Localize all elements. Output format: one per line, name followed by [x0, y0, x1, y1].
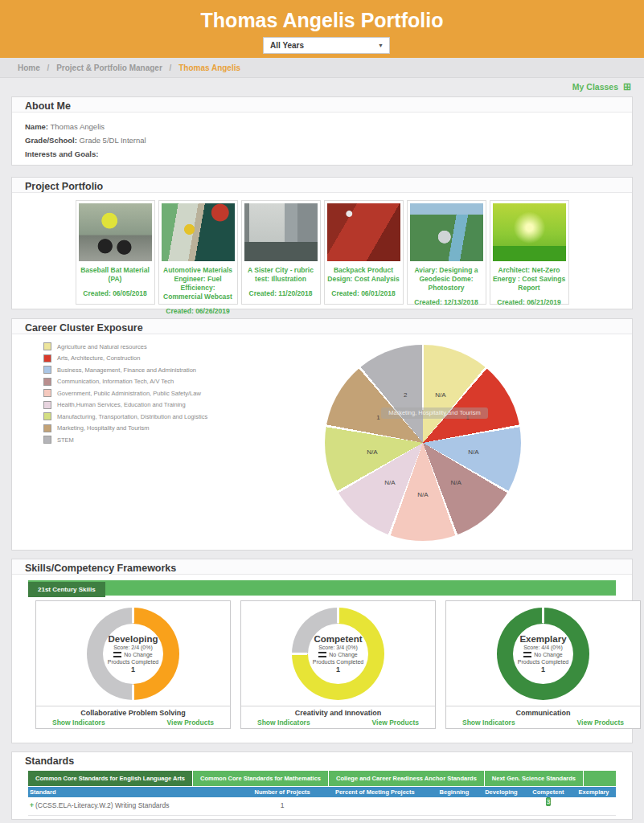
- no-change-icon: [523, 652, 531, 657]
- skill-panel-creativity-innovation: Competent Score: 3/4 (0%) No Change Prod…: [240, 600, 436, 729]
- project-created-date: Created: 06/26/2019: [159, 307, 237, 315]
- change-label: No Change: [329, 652, 357, 657]
- project-created-date: Created: 06/05/2018: [76, 289, 154, 297]
- project-card-architect[interactable]: Architect: Net-Zero Energy : Cost Saving…: [490, 200, 569, 305]
- skill-name: Creativity and Innovation: [241, 709, 435, 717]
- project-title: Architect: Net-Zero Energy : Cost Saving…: [490, 264, 568, 293]
- skill-panel-communication: Exemplary Score: 4/4 (0%) No Change Prod…: [445, 600, 641, 729]
- breadcrumb-separator: /: [170, 63, 172, 72]
- skill-panel-footer: Communication Show Indicators View Produ…: [446, 706, 640, 727]
- skill-name: Collaborative Problem Solving: [36, 709, 230, 717]
- legend-label: Health,Human Services, Education and Tra…: [57, 401, 186, 408]
- col-exemplary: Exemplary: [572, 787, 616, 797]
- breadcrumb-project-portfolio-manager[interactable]: Project & Portfolio Manager: [56, 63, 162, 72]
- skill-level: Developing: [109, 634, 158, 644]
- tab-bar-filler: [584, 771, 616, 786]
- skill-score: Score: 3/4 (0%): [318, 645, 358, 650]
- tab-ccr-anchor[interactable]: College and Career Readiness Anchor Stan…: [329, 771, 485, 786]
- legend-label: Agriculture and Natural resources: [57, 343, 147, 350]
- grade-value: Grade 5/DL Internal: [80, 136, 146, 145]
- view-products-link[interactable]: View Products: [372, 719, 419, 727]
- standards-title: Standards: [12, 752, 632, 768]
- framework-tab-bar: 21st Century Skills: [28, 580, 616, 596]
- legend-label: Business, Management, Finance and Admini…: [57, 366, 196, 374]
- standards-table-header: Standard Number of Projects Percent of M…: [28, 787, 616, 797]
- donut-chart-creativity-innovation: Competent Score: 3/4 (0%) No Change Prod…: [292, 608, 384, 700]
- developing-cell: [478, 797, 524, 815]
- project-card-backpack[interactable]: Backpack Product Design: Cost Analysis C…: [324, 200, 404, 305]
- col-standard: Standard: [28, 787, 245, 797]
- project-thumbnail: [162, 203, 235, 261]
- page-title: Thomas Angelis Portfolio: [0, 0, 644, 32]
- career-cluster-title: Career Cluster Exposure: [12, 319, 632, 334]
- pie-tooltip: Marketing, Hospitality and Tourism: [381, 407, 488, 419]
- competent-cell: 3: [525, 797, 572, 815]
- about-grade-row: Grade/School: Grade 5/DL Internal: [25, 133, 619, 147]
- project-created-date: Created: 06/21/2019: [490, 298, 568, 306]
- project-thumbnail: [244, 203, 318, 261]
- standards-tab-bar: Common Core Standards for English Langua…: [28, 771, 616, 786]
- project-thumbnail: [79, 203, 152, 261]
- project-card-aviary[interactable]: Aviary: Designing a Geodesic Dome: Photo…: [407, 200, 486, 305]
- show-indicators-link[interactable]: Show Indicators: [52, 719, 105, 727]
- my-classes-link[interactable]: My Classes ⊞: [572, 81, 631, 92]
- breadcrumb-current: Thomas Angelis: [178, 63, 240, 72]
- project-title: Backpack Product Design: Cost Analysis: [325, 264, 403, 284]
- expand-row-button[interactable]: +: [30, 801, 34, 809]
- legend-swatch: [43, 354, 51, 362]
- legend-item: Agriculture and Natural resources: [43, 341, 207, 353]
- project-card-baseball-bat[interactable]: Baseball Bat Material (PA) Created: 06/0…: [76, 200, 155, 305]
- interests-label: Interests and Goals:: [25, 149, 98, 158]
- grid-plus-icon: ⊞: [623, 81, 631, 92]
- name-value: Thomas Angelis: [51, 122, 105, 131]
- no-change-icon: [318, 652, 326, 657]
- tab-ccss-ela[interactable]: Common Core Standards for English Langua…: [28, 771, 193, 786]
- skill-score: Score: 4/4 (0%): [523, 645, 563, 650]
- show-indicators-link[interactable]: Show Indicators: [462, 719, 515, 727]
- standards-table-row: +(CCSS.ELA-Literacy.W.2) Writing Standar…: [28, 797, 616, 816]
- view-products-link[interactable]: View Products: [577, 719, 624, 727]
- project-title: Aviary: Designing a Geodesic Dome: Photo…: [408, 264, 486, 293]
- percent-meeting-cell: [319, 797, 431, 815]
- products-completed-count: 1: [336, 665, 340, 674]
- competent-count-badge: 3: [546, 797, 551, 806]
- legend-swatch: [43, 389, 51, 397]
- project-card-sister-city[interactable]: A Sister City - rubric test: Illustratio…: [241, 200, 321, 305]
- tab-ccss-math[interactable]: Common Core Standards for Mathematics: [193, 771, 329, 786]
- legend-label: Communication, Information Tech, A/V Tec…: [57, 378, 174, 385]
- legend-swatch: [43, 412, 51, 420]
- skill-panel-footer: Creativity and Innovation Show Indicator…: [241, 706, 435, 727]
- skill-level: Competent: [314, 634, 362, 644]
- products-completed-label: Products Completed: [313, 659, 363, 665]
- skill-links: Show Indicators View Products: [241, 717, 435, 727]
- skill-panel-footer: Collaborative Problem Solving Show Indic…: [36, 706, 230, 727]
- project-card-automotive[interactable]: Automotive Materials Engineer: Fuel Effi…: [158, 200, 238, 305]
- legend-swatch: [43, 424, 51, 432]
- view-products-link[interactable]: View Products: [167, 719, 214, 727]
- legend-item: Business, Management, Finance and Admini…: [43, 364, 207, 376]
- legend-item: Health,Human Services, Education and Tra…: [43, 399, 207, 412]
- year-filter-select[interactable]: All Years ▼: [263, 37, 390, 54]
- breadcrumb-home[interactable]: Home: [18, 63, 40, 72]
- legend-label: STEM: [57, 436, 74, 444]
- show-indicators-link[interactable]: Show Indicators: [257, 719, 310, 727]
- project-portfolio-section: Project Portfolio Baseball Bat Material …: [11, 177, 633, 309]
- legend-label: Arts, Architecture, Construction: [57, 354, 140, 362]
- career-cluster-pie-chart[interactable]: N/A1N/AN/AN/AN/AN/A12: [325, 345, 521, 541]
- career-cluster-legend: Agriculture and Natural resources Arts, …: [43, 341, 207, 446]
- products-completed-label: Products Completed: [108, 659, 158, 665]
- donut-center: Developing Score: 2/4 (0%) No Change Pro…: [103, 624, 163, 684]
- tab-21st-century-skills[interactable]: 21st Century Skills: [28, 582, 105, 597]
- standard-cell: +(CCSS.ELA-Literacy.W.2) Writing Standar…: [28, 797, 245, 815]
- donut-chart-communication: Exemplary Score: 4/4 (0%) No Change Prod…: [497, 608, 589, 700]
- col-developing: Developing: [478, 787, 524, 797]
- col-number-of-projects: Number of Projects: [245, 787, 318, 797]
- legend-item: Arts, Architecture, Construction: [43, 353, 207, 365]
- tab-ngss[interactable]: Next Gen. Science Standards: [485, 771, 584, 786]
- number-of-projects-cell: 1: [245, 797, 318, 815]
- legend-swatch: [43, 436, 51, 444]
- legend-item: STEM: [43, 434, 207, 446]
- skill-links: Show Indicators View Products: [36, 717, 230, 727]
- standards-section: Standards Common Core Standards for Engl…: [11, 751, 633, 820]
- project-title: Baseball Bat Material (PA): [76, 264, 154, 284]
